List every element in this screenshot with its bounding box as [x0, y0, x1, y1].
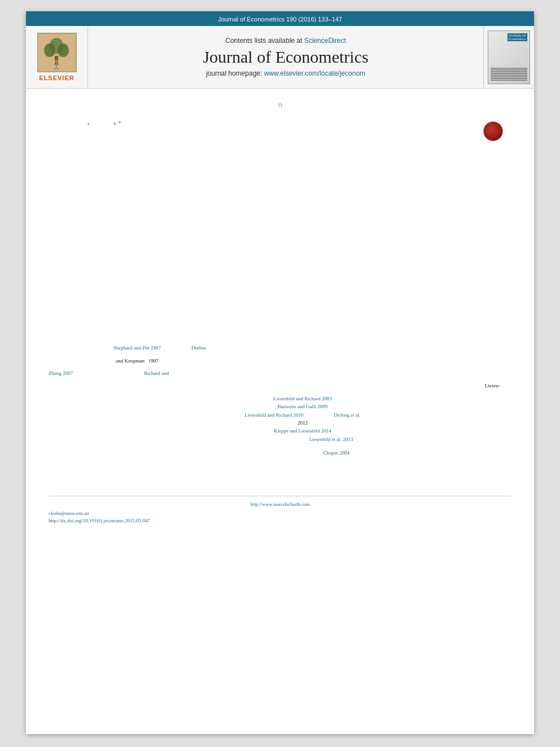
references-inline-area: Shephard and Pitt 1997 Durbin and Koopma… — [49, 344, 511, 484]
page: Journal of Econometrics 190 (2016) 133–1… — [26, 11, 534, 734]
cover-top-area: JOURNAL OF Econometrics — [491, 33, 527, 41]
ref-row-4: Liesen- — [49, 382, 511, 390]
homepage-url[interactable]: www.elsevier.com/locate/jeconom — [264, 69, 365, 77]
ref-row-1: Shephard and Pitt 1997 Durbin — [49, 344, 511, 352]
ref-liesenfeld-richard-2010: Liesenfeld and Richard 2010 — [244, 412, 303, 418]
svg-point-5 — [55, 60, 58, 63]
journal-header: ELSEVIER Contents lists available at Sci… — [26, 26, 534, 89]
body-para-6 — [49, 193, 511, 200]
doi-line: http://dx.doi.org/10.1016/j.jeconomo.201… — [49, 517, 511, 525]
spacer-3 — [49, 358, 115, 364]
title-star: ☆ — [277, 101, 283, 109]
elsevier-brand-text: ELSEVIER — [39, 75, 74, 81]
body-para-7 — [49, 206, 511, 213]
spacer-1 — [49, 345, 112, 351]
spacer-2 — [162, 345, 190, 351]
contents-prefix: Contents lists available at — [225, 37, 304, 45]
tree-svg — [38, 34, 75, 71]
liesen-text: Liesen- — [485, 383, 500, 388]
journal-title-block: Contents lists available at ScienceDirec… — [88, 26, 483, 88]
body-para-8 — [49, 218, 511, 226]
contents-available-line: Contents lists available at ScienceDirec… — [225, 37, 345, 45]
ref-kleppe-liesenfeld: Kleppe and Liesenfeld 2014 — [274, 428, 331, 434]
body-para-5 — [49, 180, 511, 188]
author-avatar — [483, 121, 503, 141]
ref-richard-and: Richard and — [144, 370, 169, 376]
elsevier-tree-image — [37, 33, 77, 72]
svg-point-3 — [58, 43, 69, 57]
article-text-area — [49, 129, 511, 344]
ref-shephard-pitt: Shephard and Pitt 1997 — [113, 345, 161, 351]
sciencedirect-link[interactable]: ScienceDirect — [304, 37, 346, 45]
footnote-email[interactable]: r.kohn@unsw.edu.au — [49, 510, 89, 516]
author-gap — [92, 119, 111, 127]
ref-row-chopin: Chopin 2004 — [49, 449, 511, 457]
elsevier-logo-block: ELSEVIER — [26, 26, 88, 88]
ref-zhang: Zhang 2007 — [49, 370, 73, 376]
footnote-email-line: r.kohn@unsw.edu.au — [49, 510, 511, 517]
spacer-4 — [75, 370, 143, 376]
author-b-superscript: b — [113, 121, 116, 127]
spacer-5 — [305, 412, 333, 418]
ref-liesenfeld-2013: Liesenfeld et al. 2013 — [309, 436, 353, 442]
ref-durbin: Durbin — [191, 345, 206, 351]
footnote-area: http://www.marcelscharth.com r.kohn@unsw… — [49, 496, 511, 525]
ref-dejong: DeJong et al. — [334, 412, 360, 418]
and-koopman-text: and Koopman 1997 — [116, 358, 159, 364]
footnote-url[interactable]: http://www.marcelscharth.com — [251, 501, 310, 507]
body-para-3 — [49, 155, 511, 163]
body-para-4 — [49, 167, 511, 175]
citation-bar: Journal of Econometrics 190 (2016) 133–1… — [26, 11, 534, 26]
author-a-superscript: a — [88, 121, 89, 127]
homepage-prefix: journal homepage: — [206, 69, 264, 77]
journal-cover-image: JOURNAL OF Econometrics — [483, 26, 534, 88]
body-para-2 — [49, 142, 511, 150]
cover-decorative-lines — [491, 42, 527, 81]
cover-thumbnail: JOURNAL OF Econometrics — [488, 30, 530, 84]
spacer-6 — [252, 436, 308, 442]
homepage-line: journal homepage: www.elsevier.com/locat… — [206, 69, 365, 77]
article-body: ☆ a b * — [26, 89, 534, 536]
footnote-url-line: http://www.marcelscharth.com — [49, 501, 511, 508]
ref-liesenfeld-richard-2003: Liesenfeld and Richard 2003 — [273, 396, 332, 401]
author-a-label — [49, 119, 85, 127]
ref-chopin-2004: Chopin 2004 — [323, 450, 350, 456]
ref-row-2: and Koopman 1997 — [49, 357, 511, 365]
article-title-area: ☆ — [49, 100, 511, 110]
journal-name: Journal of Econometrics — [203, 47, 368, 67]
citation-text: Journal of Econometrics 190 (2016) 133–1… — [218, 16, 342, 23]
author-b-star: * — [119, 120, 121, 127]
body-para-1 — [49, 129, 511, 137]
svg-point-2 — [44, 43, 55, 57]
ref-row-5: Liesenfeld and Richard 2003 Bauwens and … — [49, 395, 511, 443]
spacer-block — [49, 462, 511, 484]
ref-bauwens-galli: Bauwens and Galli 2009 — [278, 404, 328, 409]
authors-line: a b * — [49, 119, 511, 127]
ref-2012: 2012 — [298, 420, 308, 426]
ref-row-3: Zhang 2007 Richard and — [49, 369, 511, 377]
doi-link[interactable]: http://dx.doi.org/10.1016/j.jeconomo.201… — [49, 518, 150, 523]
cover-brand-text: JOURNAL OF Econometrics — [508, 33, 527, 41]
